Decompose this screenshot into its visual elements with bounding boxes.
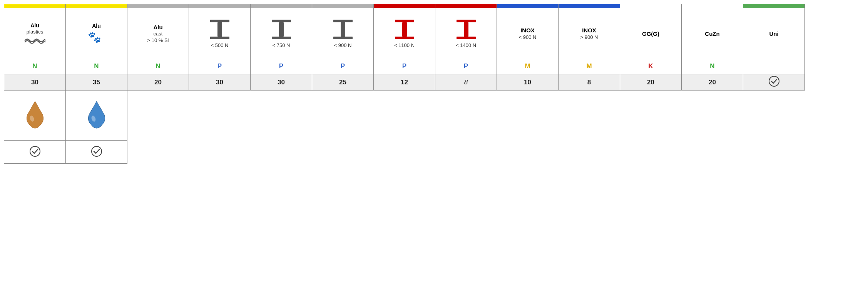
header-sub: < 1400 N: [456, 42, 476, 49]
header-line1: Alu: [153, 23, 162, 31]
header-line1: INOX: [582, 27, 596, 34]
number-cell-cuzn: 20: [682, 74, 743, 91]
number-cell-steel-750: 30: [251, 74, 312, 91]
check-approved-icon: [91, 152, 102, 158]
svg-point-21: [769, 76, 779, 86]
svg-point-25: [92, 146, 102, 156]
top-bar: [435, 4, 497, 8]
check-icon: [768, 81, 780, 89]
svg-rect-4: [210, 20, 229, 21]
svg-rect-8: [272, 20, 291, 21]
header-cell-inox-900plus: INOX> 900 N: [559, 4, 620, 58]
cutting-speed: 8: [587, 79, 591, 86]
header-content: INOX> 900 N: [559, 4, 620, 58]
number-cell-steel-1400: 8: [435, 74, 497, 91]
cutting-speed: 30: [278, 79, 285, 86]
header-content: < 1100 N: [374, 4, 435, 58]
svg-rect-18: [464, 22, 468, 37]
material-letter: K: [648, 62, 653, 70]
drop-cell-steel-750: [251, 91, 312, 141]
top-bar: [743, 4, 804, 8]
svg-rect-3: [210, 37, 229, 39]
header-cell-inox-900: INOX< 900 N: [497, 4, 559, 58]
coolant-drop-brown: [23, 125, 47, 131]
material-letter: N: [156, 62, 160, 70]
wave-icon: [24, 37, 45, 46]
drop-cell-inox-900: [497, 91, 559, 141]
header-content: GG(G): [620, 4, 681, 58]
svg-rect-15: [395, 37, 414, 39]
svg-rect-2: [217, 22, 222, 37]
check-cell-steel-900: [312, 141, 374, 164]
svg-rect-6: [279, 22, 284, 37]
top-bar: [251, 4, 312, 8]
svg-text:🐾: 🐾: [88, 31, 101, 44]
material-table: Alu plastics Alu 🐾 Alucast> 10 % Si: [4, 4, 805, 164]
check-cell-alu-cast: [127, 141, 189, 164]
letter-cell-uni: [743, 58, 805, 74]
material-letter: N: [710, 62, 714, 70]
top-bar: [66, 4, 127, 8]
svg-rect-7: [272, 37, 291, 39]
check-cell-inox-900: [497, 141, 559, 164]
cutting-speed: 30: [216, 79, 223, 86]
header-cell-alu-plastics: Alu plastics: [4, 4, 66, 58]
cutting-speed: 8: [464, 79, 468, 86]
top-bar: [682, 4, 743, 8]
header-line1: Uni: [769, 30, 778, 38]
number-cell-uni: [743, 74, 805, 91]
ibeam-icon: [455, 19, 478, 42]
drop-cell-alu: [66, 91, 127, 141]
top-bar: [4, 4, 65, 8]
drop-cell-steel-1100: [374, 91, 435, 141]
number-cell-ggg: 20: [620, 74, 682, 91]
cutting-speed: 20: [647, 79, 654, 86]
check-cell-ggg: [620, 141, 682, 164]
letter-cell-steel-1400: P: [435, 58, 497, 74]
material-letter: P: [464, 62, 468, 70]
number-cell-alu-cast: 20: [127, 74, 189, 91]
header-cell-steel-750: < 750 N: [251, 4, 312, 58]
header-line1: CuZn: [705, 30, 719, 38]
ibeam-icon: [331, 19, 355, 42]
top-bar: [374, 4, 435, 8]
svg-rect-14: [402, 22, 407, 37]
letter-cell-alu-plastics: N: [4, 58, 66, 74]
drop-cell-ggg: [620, 91, 682, 141]
check-cell-steel-1100: [374, 141, 435, 164]
cutting-speed: 25: [339, 79, 346, 86]
header-line2: plastics: [27, 29, 43, 35]
cutting-speed: 35: [93, 79, 100, 86]
svg-point-24: [30, 146, 40, 156]
cutting-speed: 10: [524, 79, 531, 86]
header-line1: INOX: [520, 27, 535, 34]
header-cell-uni: Uni: [743, 4, 805, 58]
header-content: Alucast> 10 % Si: [127, 4, 189, 58]
number-cell-steel-1100: 12: [374, 74, 435, 91]
letter-cell-steel-750: P: [251, 58, 312, 74]
material-letter: P: [279, 62, 283, 70]
header-content: < 1400 N: [435, 4, 497, 58]
header-content: CuZn: [682, 4, 743, 58]
ibeam-icon: [270, 19, 293, 42]
header-sub: < 900 N: [334, 42, 352, 49]
header-line1: Alu: [92, 22, 101, 29]
ibeam-icon: [393, 19, 416, 42]
cutting-speed: 12: [401, 79, 408, 86]
letter-cell-inox-900plus: M: [559, 58, 620, 74]
number-cell-alu: 35: [66, 74, 127, 91]
drop-cell-alu-plastics: [4, 91, 66, 141]
svg-rect-19: [457, 37, 476, 39]
check-cell-steel-750: [251, 141, 312, 164]
number-cell-inox-900plus: 8: [559, 74, 620, 91]
check-cell-inox-900plus: [559, 141, 620, 164]
drop-cell-steel-900: [312, 91, 374, 141]
drop-cell-steel-500: [189, 91, 251, 141]
material-letter: M: [586, 62, 592, 70]
letter-cell-steel-500: P: [189, 58, 251, 74]
header-cell-steel-1100: < 1100 N: [374, 4, 435, 58]
material-letter: P: [402, 62, 406, 70]
check-approved-icon: [29, 152, 41, 158]
letter-cell-ggg: K: [620, 58, 682, 74]
top-bar: [189, 4, 250, 8]
